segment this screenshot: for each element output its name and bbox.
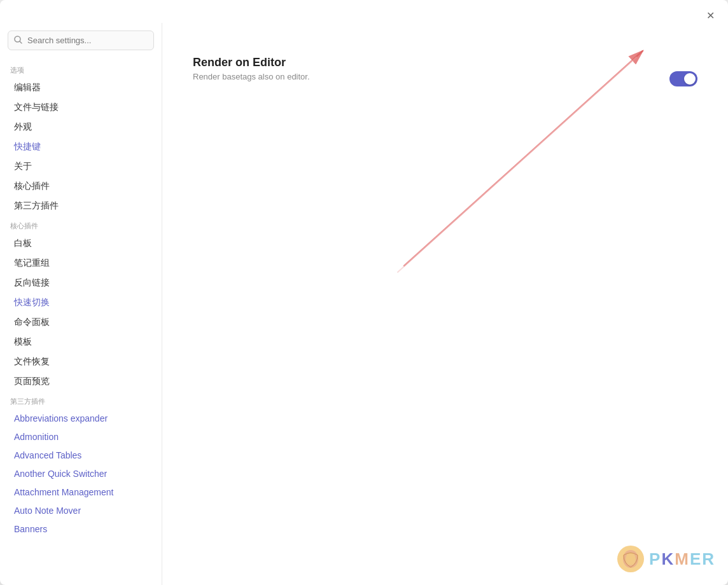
settings-dialog: ✕ 选项 编辑器 文件与链接 外观 快捷键 关于 核心插件 第 bbox=[0, 0, 728, 585]
setting-header: Render on Editor Render basetags also on… bbox=[193, 56, 310, 81]
sidebar-item-third-party[interactable]: 第三方插件 bbox=[4, 196, 158, 216]
main-content: Render on Editor Render basetags also on… bbox=[162, 23, 728, 585]
pkmer-k: K bbox=[661, 549, 675, 568]
render-toggle[interactable] bbox=[669, 71, 697, 86]
sidebar-item-page-preview[interactable]: 页面预览 bbox=[4, 372, 158, 391]
sidebar-item-advanced-tables[interactable]: Advanced Tables bbox=[4, 446, 158, 464]
sidebar-item-admonition[interactable]: Admonition bbox=[4, 428, 158, 446]
sidebar-item-backlinks[interactable]: 反向链接 bbox=[4, 273, 158, 292]
sidebar-item-attachment[interactable]: Attachment Management bbox=[4, 483, 158, 501]
toggle-slider bbox=[669, 71, 697, 86]
sidebar-item-auto-mover[interactable]: Auto Note Mover bbox=[4, 502, 158, 520]
core-plugins-section-label: 核心插件 bbox=[0, 216, 162, 233]
render-on-editor-row: Render on Editor Render basetags also on… bbox=[193, 48, 697, 109]
close-button[interactable]: ✕ bbox=[703, 8, 718, 23]
sidebar-item-command-panel[interactable]: 命令面板 bbox=[4, 313, 158, 332]
sidebar-item-quick-switch[interactable]: 快速切换 bbox=[4, 293, 158, 312]
search-box bbox=[8, 31, 154, 50]
sidebar-item-core-plugins[interactable]: 核心插件 bbox=[4, 177, 158, 196]
sidebar-item-hotkeys[interactable]: 快捷键 bbox=[4, 137, 158, 156]
title-bar: ✕ bbox=[0, 0, 728, 23]
pkmer-p: P bbox=[649, 549, 661, 568]
sidebar-item-about[interactable]: 关于 bbox=[4, 157, 158, 176]
setting-description: Render basetags also on editor. bbox=[193, 72, 310, 81]
sidebar-item-file-recovery[interactable]: 文件恢复 bbox=[4, 352, 158, 371]
setting-title: Render on Editor bbox=[193, 56, 310, 69]
pkmer-m: M bbox=[675, 549, 690, 568]
sidebar-item-abbreviations[interactable]: Abbreviations expander bbox=[4, 410, 158, 427]
search-input[interactable] bbox=[8, 31, 154, 50]
pkmer-label: PKMER bbox=[649, 549, 715, 569]
sidebar-item-note-reorganize[interactable]: 笔记重组 bbox=[4, 254, 158, 273]
sidebar-item-appearance[interactable]: 外观 bbox=[4, 118, 158, 137]
pkmer-watermark: PKMER bbox=[617, 546, 715, 572]
sidebar-item-quick-switcher[interactable]: Another Quick Switcher bbox=[4, 465, 158, 483]
svg-point-7 bbox=[626, 553, 636, 565]
sidebar: 选项 编辑器 文件与链接 外观 快捷键 关于 核心插件 第三方插件 核心插件 白… bbox=[0, 23, 162, 585]
search-icon bbox=[14, 36, 22, 46]
sidebar-item-files[interactable]: 文件与链接 bbox=[4, 98, 158, 117]
dialog-body: 选项 编辑器 文件与链接 外观 快捷键 关于 核心插件 第三方插件 核心插件 白… bbox=[0, 23, 728, 585]
pkmer-logo-icon bbox=[617, 546, 644, 572]
sidebar-item-whiteboard[interactable]: 白板 bbox=[4, 234, 158, 253]
sidebar-item-banners[interactable]: Banners bbox=[4, 520, 158, 538]
options-section-label: 选项 bbox=[0, 60, 162, 78]
pkmer-e: E bbox=[690, 549, 702, 568]
pkmer-r: R bbox=[702, 549, 715, 568]
third-party-section-label: 第三方插件 bbox=[0, 392, 162, 409]
sidebar-item-templates[interactable]: 模板 bbox=[4, 333, 158, 352]
sidebar-item-editor[interactable]: 编辑器 bbox=[4, 78, 158, 97]
svg-line-1 bbox=[20, 41, 22, 43]
